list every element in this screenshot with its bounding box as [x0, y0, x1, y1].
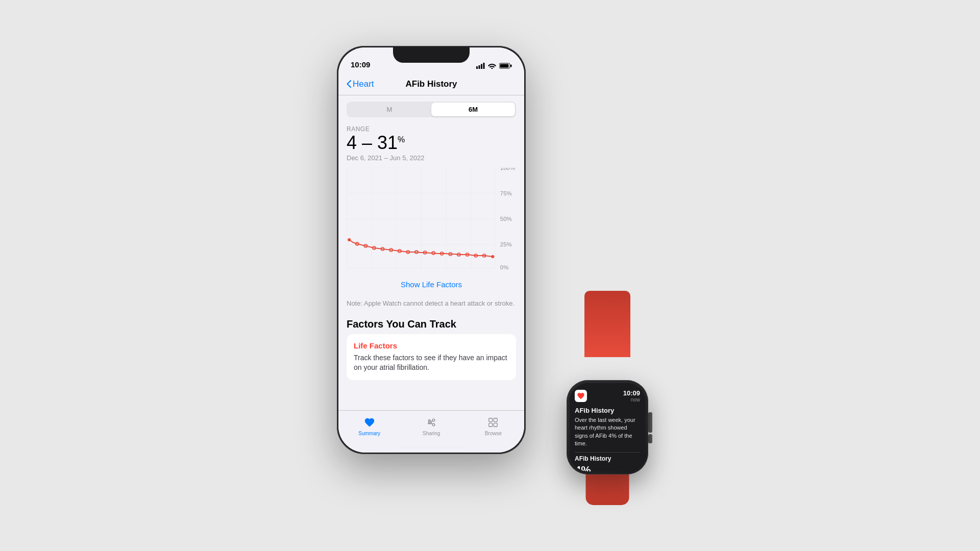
summary-tab-icon — [363, 416, 376, 429]
svg-point-24 — [348, 238, 351, 241]
watch-case: 10:09 now AFib History Over the last wee… — [567, 380, 648, 474]
back-chevron-icon — [347, 80, 351, 88]
watch-app-icon — [575, 390, 587, 402]
svg-rect-2 — [481, 64, 482, 69]
scene: 10:09 — [337, 46, 643, 505]
heart-icon — [364, 417, 375, 428]
summary-tab-label: Summary — [358, 431, 380, 436]
range-dates: Dec 6, 2021 – Jun 5, 2022 — [347, 154, 516, 162]
svg-rect-55 — [494, 418, 498, 422]
svg-rect-3 — [483, 63, 485, 69]
watch-notification-title: AFib History — [575, 407, 640, 414]
sharing-tab-icon — [425, 416, 438, 429]
svg-rect-56 — [489, 423, 493, 427]
svg-text:25%: 25% — [500, 241, 512, 247]
svg-rect-57 — [494, 423, 498, 427]
tab-bar: Summary — [338, 410, 524, 453]
tab-sharing[interactable]: Sharing — [400, 416, 462, 436]
watch-side-button — [648, 434, 652, 443]
segment-control[interactable]: M 6M — [347, 102, 516, 117]
show-life-factors-button[interactable]: Show Life Factors — [338, 274, 524, 295]
browse-tab-icon — [486, 416, 500, 429]
svg-line-51 — [431, 421, 433, 422]
svg-line-52 — [431, 423, 433, 424]
range-label: RANGE — [347, 126, 516, 133]
range-number: 4 – 31 — [347, 132, 398, 153]
svg-rect-5 — [510, 65, 512, 67]
range-unit: % — [398, 135, 405, 144]
watch-status-bar: 10:09 now — [575, 389, 640, 403]
health-heart-icon — [577, 392, 585, 400]
browse-tab-label: Browse — [485, 431, 502, 436]
range-section: RANGE 4 – 31% Dec 6, 2021 – Jun 5, 2022 — [338, 121, 524, 164]
battery-icon — [499, 63, 512, 69]
segment-1m[interactable]: M — [348, 103, 431, 116]
signal-icon — [476, 63, 485, 69]
watch-afib-section-title: AFib History — [575, 455, 640, 462]
watch-screen: 10:09 now AFib History Over the last wee… — [570, 383, 645, 471]
browse-icon — [487, 417, 499, 428]
watch-divider — [575, 452, 640, 453]
note-section: Note: Apple Watch cannot detect a heart … — [338, 295, 524, 312]
nav-back-button[interactable]: Heart — [347, 79, 374, 89]
svg-rect-1 — [479, 65, 480, 69]
svg-text:50%: 50% — [500, 216, 512, 222]
svg-point-49 — [432, 419, 435, 421]
factors-card-title: Life Factors — [354, 341, 509, 350]
svg-point-53 — [428, 420, 430, 422]
range-value: 4 – 31% — [347, 133, 516, 153]
factors-card: Life Factors Track these factors to see … — [347, 334, 516, 380]
afib-chart: 100% 75% 50% 25% 0% — [347, 168, 516, 270]
notch — [393, 47, 470, 63]
svg-text:100%: 100% — [500, 168, 515, 171]
watch-band-top — [584, 291, 630, 357]
svg-text:0%: 0% — [500, 264, 509, 270]
iphone: 10:09 — [337, 46, 526, 454]
iphone-inner: 10:09 — [338, 47, 524, 453]
status-time: 10:09 — [351, 60, 370, 69]
svg-point-50 — [432, 423, 435, 426]
watch-afib-percent: 4% — [575, 464, 640, 471]
segment-6m[interactable]: 6M — [431, 103, 515, 116]
sharing-icon — [426, 417, 437, 428]
tab-browse[interactable]: Browse — [462, 416, 524, 436]
factors-card-description: Track these factors to see if they have … — [354, 353, 509, 373]
watch-crown — [648, 412, 652, 433]
svg-rect-54 — [489, 418, 493, 422]
status-icons — [476, 63, 512, 69]
svg-rect-6 — [500, 64, 509, 68]
watch-content: 10:09 now AFib History Over the last wee… — [570, 383, 645, 471]
nav-bar: Heart AFib History — [338, 73, 524, 95]
chart-container: 100% 75% 50% 25% 0% — [347, 168, 516, 270]
factors-title: Factors You Can Track — [338, 312, 524, 334]
main-content: M 6M RANGE 4 – 31% Dec 6, 2021 – Jun 5, … — [338, 95, 524, 410]
nav-title: AFib History — [405, 79, 457, 89]
wifi-icon — [488, 63, 496, 69]
watch-time: 10:09 — [623, 389, 640, 397]
watch-now: now — [623, 397, 640, 403]
sharing-tab-label: Sharing — [423, 431, 440, 436]
watch-notification-body: Over the last week, your heart rhythm sh… — [575, 416, 640, 448]
svg-text:75%: 75% — [500, 190, 512, 196]
tab-summary[interactable]: Summary — [338, 416, 400, 436]
watch-time-section: 10:09 now — [623, 389, 640, 403]
svg-point-41 — [491, 255, 494, 258]
back-label: Heart — [353, 79, 374, 89]
apple-watch: 10:09 now AFib History Over the last wee… — [556, 291, 658, 505]
svg-rect-0 — [476, 66, 478, 69]
